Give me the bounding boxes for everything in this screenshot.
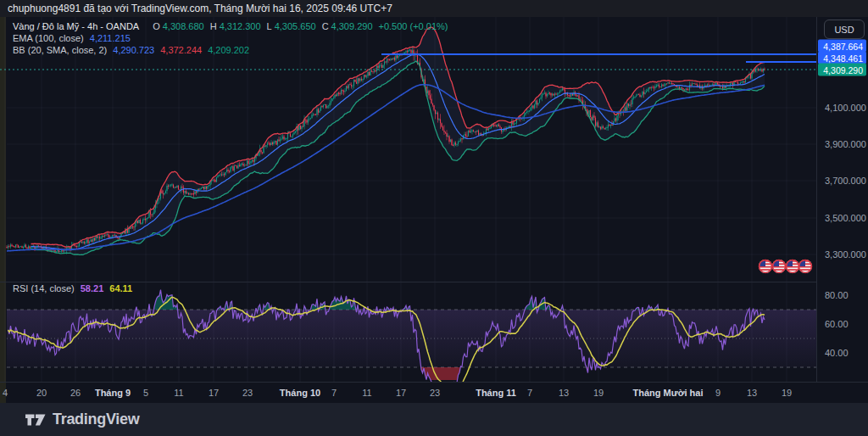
pane-separator[interactable] [0,282,816,282]
time-tick-month-label: Tháng 9 [95,388,131,398]
bb-basis-value: 4,290.723 [113,45,154,55]
ema-name: EMA (100, close) [13,33,84,43]
time-tick-label: 7 [527,388,532,398]
rsi-ma-value: 64.11 [109,283,132,293]
open-value: 4,308.680 [163,21,204,31]
time-tick-label: 20 [36,388,47,398]
price-label-badge: 4,309.290 [818,64,866,76]
ema-value: 4,211.215 [90,33,131,43]
price-tick-label: 3,500.000 [825,213,866,223]
close-value: 4,309.290 [331,21,373,31]
price-tick-label: 40.00 [825,348,849,358]
tradingview-logo[interactable]: TradingView [25,411,139,428]
price-tick-label: 3,300.000 [825,249,866,260]
tradingview-snapshot: chuphuong4891 đã tạo với TradingView.com… [0,0,868,436]
price-tick-label: 4,100.000 [825,103,866,113]
us-flag-event-marker[interactable] [759,260,772,273]
price-axis[interactable]: USD 4,100.0003,900.0003,700.0003,500.000… [817,17,868,382]
price-tick-label: 60.00 [825,319,849,329]
us-flag-event-marker[interactable] [772,260,786,273]
symbol-legend[interactable]: Vàng / Đô la Mỹ - 4h - OANDA O 4,308.680… [13,21,448,31]
time-tick-label: 5 [143,388,148,398]
price-label-badge: 4,348.461 [818,52,866,64]
time-tick-label: 26 [70,388,81,398]
high-value: 4,312.300 [220,21,261,31]
currency-toggle-button[interactable]: USD [824,20,865,39]
time-tick-label: 13 [559,388,569,398]
attribution-bar: chuphuong4891 đã tạo với TradingView.com… [0,0,868,17]
high-label: H [210,21,217,31]
time-tick-label: 9 [715,388,721,398]
tradingview-logo-icon [25,412,46,428]
time-tick-label: 17 [209,388,219,398]
time-tick-month-label: Tháng 10 [280,388,320,398]
time-tick-label: 23 [430,388,440,398]
us-flag-event-marker[interactable] [786,260,799,273]
time-tick-label: 17 [396,388,406,398]
bb-lower-value: 4,209.202 [208,45,249,55]
time-tick-label: 7 [331,388,337,398]
price-tick-label: 80.00 [825,290,849,300]
low-label: L [267,21,272,31]
time-tick-label: 19 [593,388,604,398]
time-tick-label: 19 [782,388,792,398]
time-tick-label: 4 [3,388,8,398]
time-axis[interactable]: 42026Tháng 95111723Tháng 107111723Tháng … [0,383,868,403]
time-tick-month-label: Tháng Mười hai [632,388,703,398]
time-tick-label: 13 [747,388,757,398]
price-label-badge: 4,387.664 [818,40,866,53]
price-tick-label: 3,700.000 [825,176,866,186]
ema-legend[interactable]: EMA (100, close) 4,211.215 [13,33,131,43]
price-chart-canvas[interactable] [0,17,816,382]
close-label: C [322,21,329,31]
rsi-value: 58.21 [81,283,104,293]
rsi-legend[interactable]: RSI (14, close) 58.21 64.11 [13,283,132,293]
tradingview-logo-text: TradingView [53,411,139,428]
time-tick-month-label: Tháng 11 [476,388,516,398]
symbol-title[interactable]: Vàng / Đô la Mỹ - 4h - OANDA [13,21,139,31]
open-label: O [153,21,160,31]
bb-upper-value: 4,372.244 [160,45,202,55]
attribution-text: chuphuong4891 đã tạo với TradingView.com… [8,3,392,14]
time-tick-label: 11 [174,388,183,398]
change-value: +0.500 (+0.01%) [379,21,448,31]
time-tick-label: 23 [242,388,253,398]
bb-name: BB (20, SMA, close, 2) [13,45,107,55]
bb-legend[interactable]: BB (20, SMA, close, 2) 4,290.723 4,372.2… [13,45,249,55]
low-value: 4,305.650 [275,21,316,31]
footer-bar: TradingView [0,403,868,436]
time-tick-label: 11 [362,388,371,398]
us-flag-event-marker[interactable] [798,260,812,273]
bb-band-fill [31,27,765,254]
price-tick-label: 3,900.000 [825,139,866,149]
rsi-name: RSI (14, close) [13,283,75,293]
